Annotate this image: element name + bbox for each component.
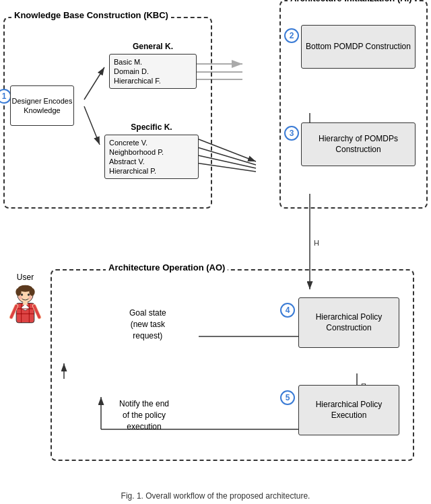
specific-k-group: Specific K. Concrete V. Neighborhood P. …: [104, 122, 199, 179]
hpe-box: Hierarchical Policy Execution: [298, 385, 399, 435]
svg-point-24: [15, 288, 21, 296]
user-figure: User: [7, 273, 44, 337]
ao-section: Architecture Operation (AO) Goal state(n…: [3, 249, 418, 471]
goal-state-text: Goal state(new taskrequest): [129, 308, 166, 341]
badge-4: 4: [280, 303, 295, 318]
specific-item-1: Concrete V.: [109, 138, 194, 147]
diagram-container: BP H Π Knowledge Base Construction (KBC)…: [0, 0, 431, 504]
notify-text: Notify the endof the policyexecution: [119, 398, 169, 432]
general-k-group: General K. Basic M. Domain D. Hierarchic…: [109, 42, 197, 89]
svg-point-28: [19, 296, 22, 299]
general-item-1: Basic M.: [114, 57, 192, 67]
designer-box: Designer Encodes Knowledge: [10, 85, 74, 126]
user-label: User: [7, 273, 44, 282]
svg-point-29: [29, 296, 32, 299]
specific-item-4: Hierarchical P.: [109, 166, 194, 176]
ao-box: Architecture Operation (AO) Goal state(n…: [51, 269, 414, 461]
badge-2: 2: [284, 28, 299, 43]
ai-box: Architecture Initialization (AI) 2 Botto…: [279, 0, 428, 209]
hpc-box: Hierarchical Policy Construction: [298, 297, 399, 348]
specific-item-3: Abstract V.: [109, 157, 194, 166]
specific-item-2: Neighborhood P.: [109, 147, 194, 157]
svg-text:H: H: [314, 239, 319, 247]
hierarchy-pomdps-box: Hierarchy of POMDPs Construction: [301, 122, 416, 166]
svg-point-27: [28, 293, 30, 295]
badge-3: 3: [284, 126, 299, 141]
general-k-title: General K.: [109, 42, 197, 51]
user-icon: [7, 285, 44, 337]
svg-point-25: [29, 288, 34, 296]
kbc-box: Knowledge Base Construction (KBC) 1 Desi…: [3, 17, 212, 209]
specific-k-items: Concrete V. Neighborhood P. Abstract V. …: [104, 135, 199, 179]
general-k-items: Basic M. Domain D. Hierarchical F.: [109, 54, 197, 89]
svg-point-26: [21, 293, 23, 295]
caption: Fig. 1. Overall workflow of the proposed…: [13, 491, 418, 501]
general-item-2: Domain D.: [114, 67, 192, 76]
ai-title: Architecture Initialization (AI): [288, 0, 415, 3]
badge-5: 5: [280, 390, 295, 405]
bottom-pomdp-box: Bottom POMDP Construction: [301, 25, 416, 69]
kbc-title: Knowledge Base Construction (KBC): [11, 10, 171, 20]
specific-k-title: Specific K.: [104, 122, 199, 132]
general-item-3: Hierarchical F.: [114, 76, 192, 85]
svg-rect-40: [23, 301, 28, 305]
ao-title: Architecture Operation (AO): [106, 262, 228, 273]
